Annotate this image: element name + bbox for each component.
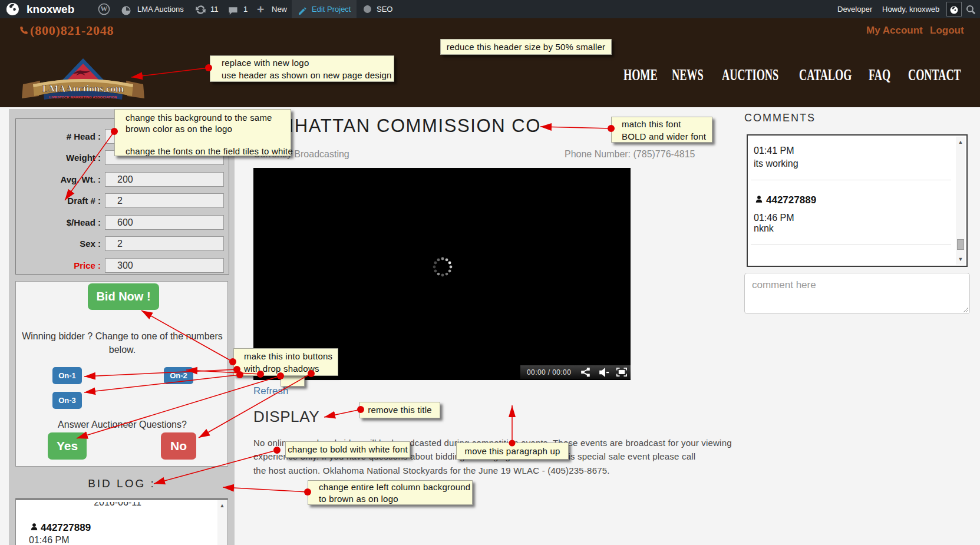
svg-text:W: W [101, 5, 108, 13]
svg-text:LIVESTOCK MARKETING ASSOCIATIO: LIVESTOCK MARKETING ASSOCIATION [50, 95, 117, 99]
